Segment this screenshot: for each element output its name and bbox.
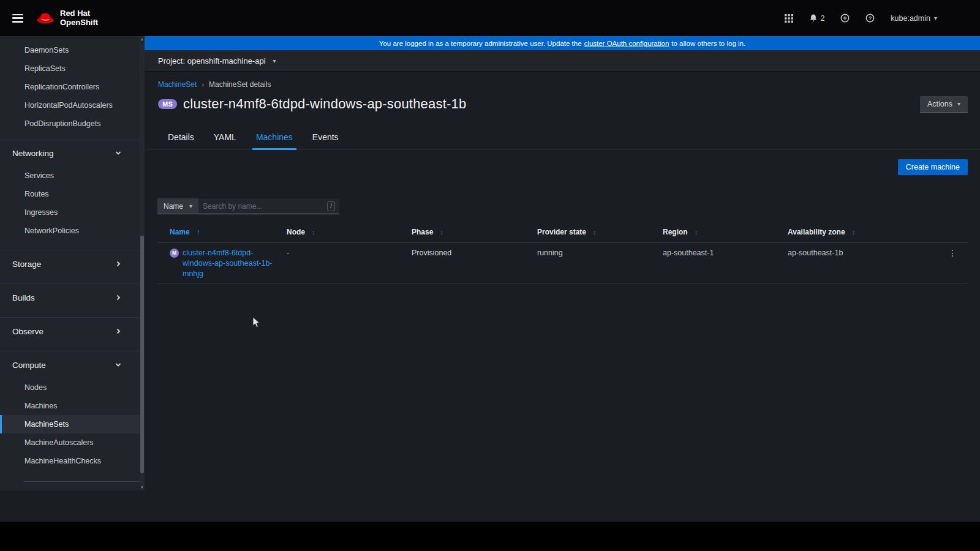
machine-link[interactable]: cluster-n4mf8-6tdpd-windows-ap-southeast… (183, 248, 274, 279)
help-button[interactable]: ? (865, 13, 875, 23)
sidebar-item-ingresses[interactable]: Ingresses (0, 203, 140, 222)
sort-icon: ↕ (695, 228, 698, 236)
search-box: / (198, 198, 339, 214)
sidebar-group-networking: Services Routes Ingresses NetworkPolicie… (0, 167, 140, 244)
sidebar-group-compute: Nodes Machines MachineSets MachineAutosc… (0, 378, 140, 490)
sidebar-divider (23, 481, 140, 482)
chevron-right-icon (115, 261, 121, 267)
breadcrumb-separator-icon: › (202, 81, 204, 88)
filter-type-dropdown[interactable]: Name ▾ (157, 198, 198, 214)
grid-icon (785, 14, 793, 23)
sidebar-section-compute[interactable]: Compute (0, 351, 140, 378)
page-header: MachineSet › MachineSet details MS clust… (145, 72, 980, 114)
machine-name-cell: M cluster-n4mf8-6tdpd-windows-ap-southea… (157, 248, 274, 279)
scrollbar-thumb[interactable] (140, 236, 144, 473)
banner-text: You are logged in as a temporary adminis… (379, 40, 582, 47)
sidebar-item-services[interactable]: Services (0, 167, 140, 185)
breadcrumb-machineset-link[interactable]: MachineSet (158, 80, 197, 89)
sidebar-item-machineautoscalers[interactable]: MachineAutoscalers (0, 433, 140, 452)
tab-bar: Details YAML Machines Events (145, 127, 980, 150)
brand-text: Red Hat OpenShift (60, 9, 98, 28)
availability-zone-cell: ap-southeast-1b (775, 248, 925, 279)
sidebar-section-storage[interactable]: Storage (0, 250, 140, 277)
filter-toolbar: Name ▾ / (157, 198, 339, 214)
user-menu[interactable]: kube:admin ▾ (891, 14, 937, 23)
sidebar-item-horizontalpodautoscalers[interactable]: HorizontalPodAutoscalers (0, 96, 140, 114)
chevron-right-icon (115, 328, 121, 334)
oauth-config-link[interactable]: cluster OAuth configuration (584, 40, 669, 47)
app-launcher-button[interactable] (785, 14, 793, 23)
breadcrumb-current: MachineSet details (209, 80, 271, 89)
banner-text: to allow others to log in. (671, 40, 745, 47)
scrollbar-up-icon[interactable]: ▲ (140, 36, 145, 42)
sidebar-item-machinesets[interactable]: MachineSets (0, 415, 140, 433)
chevron-down-icon (115, 362, 121, 368)
redhat-logo-icon (36, 11, 55, 25)
table-row: M cluster-n4mf8-6tdpd-windows-ap-southea… (157, 242, 968, 283)
column-header-provider-state[interactable]: Provider state ↕ (525, 228, 650, 236)
sidebar-section-builds[interactable]: Builds (0, 283, 140, 311)
page-title: cluster-n4mf8-6tdpd-windows-ap-southeast… (183, 96, 466, 112)
phase-cell: Provisioned (399, 248, 525, 279)
quick-create-button[interactable] (840, 13, 850, 23)
title-row: MS cluster-n4mf8-6tdpd-windows-ap-southe… (158, 94, 968, 114)
brand-logo[interactable]: Red Hat OpenShift (36, 9, 98, 28)
column-header-name[interactable]: Name ↑ (157, 228, 274, 236)
menu-toggle-button[interactable] (12, 14, 23, 23)
chevron-down-icon (115, 150, 121, 156)
sidebar-item-replicasets[interactable]: ReplicaSets (0, 59, 140, 78)
sort-icon: ↕ (852, 228, 856, 236)
project-bar: Project: openshift-machine-api ▾ (145, 50, 980, 72)
tab-details[interactable]: Details (158, 127, 204, 149)
sort-ascending-icon: ↑ (197, 228, 200, 236)
region-cell: ap-southeast-1 (650, 248, 775, 279)
actions-button[interactable]: Actions ▾ (920, 96, 968, 113)
login-banner: You are logged in as a temporary adminis… (145, 36, 980, 50)
search-input[interactable] (203, 202, 323, 211)
sidebar-item-machineconfigs[interactable]: MachineConfigs (0, 484, 140, 490)
tab-yaml[interactable]: YAML (204, 127, 246, 149)
chevron-down-icon: ▾ (273, 58, 276, 64)
sidebar-item-poddisruptionbudgets[interactable]: PodDisruptionBudgets (0, 114, 140, 133)
scrollbar-down-icon[interactable]: ▼ (140, 484, 145, 490)
sidebar-item-nodes[interactable]: Nodes (0, 378, 140, 397)
sidebar-section-networking[interactable]: Networking (0, 139, 140, 167)
create-machine-button[interactable]: Create machine (898, 159, 968, 175)
node-cell: - (274, 248, 399, 279)
project-label: Project: openshift-machine-api (158, 56, 266, 66)
column-header-actions (925, 228, 968, 236)
notifications-button[interactable]: 2 (809, 13, 825, 23)
sidebar-item-machines[interactable]: Machines (0, 397, 140, 415)
sidebar-section-observe[interactable]: Observe (0, 317, 140, 345)
sort-icon: ↕ (312, 228, 315, 236)
machineset-badge: MS (158, 99, 177, 109)
machines-tab-content: Create machine Name ▾ / Name ↑ (145, 150, 980, 424)
user-name: kube:admin (891, 14, 930, 23)
column-header-phase[interactable]: Phase ↕ (399, 228, 525, 236)
chevron-down-icon: ▾ (957, 100, 960, 107)
row-kebab-menu[interactable]: ⋮ (925, 248, 968, 279)
sidebar-nav: DaemonSets ReplicaSets ReplicationContro… (0, 36, 140, 490)
sidebar-item-routes[interactable]: Routes (0, 185, 140, 203)
tab-events[interactable]: Events (303, 127, 349, 149)
slash-shortcut-badge: / (327, 201, 335, 211)
sidebar-item-networkpolicies[interactable]: NetworkPolicies (0, 222, 140, 240)
column-header-availability-zone[interactable]: Availability zone ↕ (775, 228, 925, 236)
plus-circle-icon (840, 13, 850, 23)
sidebar-item-machinehealthchecks[interactable]: MachineHealthChecks (0, 452, 140, 470)
tab-machines[interactable]: Machines (246, 127, 303, 149)
column-header-region[interactable]: Region ↕ (650, 228, 775, 236)
table-header-row: Name ↑ Node ↕ Phase ↕ Provider state ↕ (157, 222, 968, 242)
chevron-right-icon (115, 294, 121, 301)
sort-icon: ↕ (593, 228, 597, 236)
project-selector[interactable]: Project: openshift-machine-api ▾ (158, 56, 276, 66)
sidebar-scrollbar[interactable]: ▲ ▼ (140, 36, 145, 490)
masthead: Red Hat OpenShift 2 (0, 0, 980, 36)
main-area: You are logged in as a temporary adminis… (145, 36, 980, 490)
column-header-node[interactable]: Node ↕ (274, 228, 399, 236)
sidebar-item-replicationcontrollers[interactable]: ReplicationControllers (0, 78, 140, 96)
sidebar-item-daemonsets[interactable]: DaemonSets (0, 41, 140, 59)
svg-text:?: ? (869, 15, 872, 21)
breadcrumb: MachineSet › MachineSet details (158, 80, 968, 89)
chevron-down-icon: ▾ (934, 15, 937, 21)
